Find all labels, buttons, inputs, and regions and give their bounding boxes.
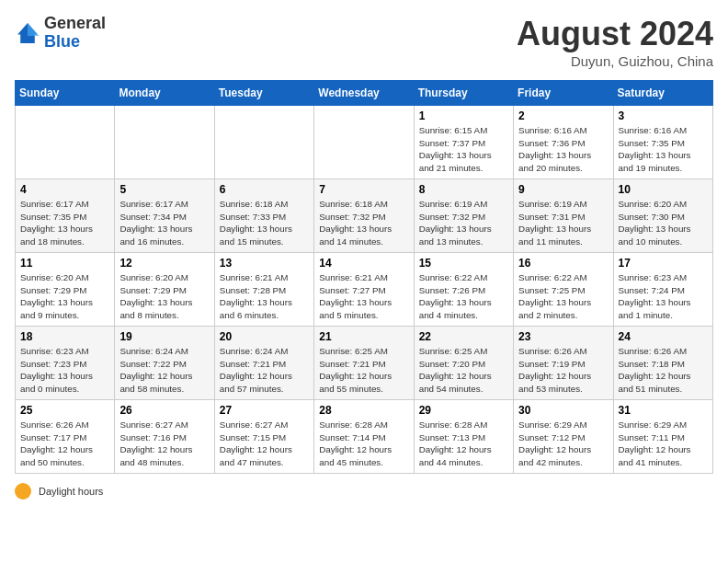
calendar-cell: 22Sunrise: 6:25 AM Sunset: 7:20 PM Dayli… <box>414 327 513 400</box>
day-number: 1 <box>419 109 508 122</box>
calendar-cell: 3Sunrise: 6:16 AM Sunset: 7:35 PM Daylig… <box>613 106 712 179</box>
day-number: 24 <box>619 330 708 343</box>
day-detail: Sunrise: 6:16 AM Sunset: 7:35 PM Dayligh… <box>619 124 708 175</box>
calendar-cell: 14Sunrise: 6:21 AM Sunset: 7:27 PM Dayli… <box>314 253 414 327</box>
day-detail: Sunrise: 6:15 AM Sunset: 7:37 PM Dayligh… <box>419 124 508 175</box>
day-number: 16 <box>518 257 608 270</box>
day-detail: Sunrise: 6:27 AM Sunset: 7:15 PM Dayligh… <box>220 419 309 469</box>
calendar-cell: 4Sunrise: 6:17 AM Sunset: 7:35 PM Daylig… <box>16 179 115 253</box>
day-number: 2 <box>518 109 608 122</box>
calendar-table: SundayMondayTuesdayWednesdayThursdayFrid… <box>15 80 713 474</box>
calendar-cell: 2Sunrise: 6:16 AM Sunset: 7:36 PM Daylig… <box>514 106 613 179</box>
calendar-cell: 24Sunrise: 6:26 AM Sunset: 7:18 PM Dayli… <box>613 327 712 400</box>
day-detail: Sunrise: 6:28 AM Sunset: 7:13 PM Dayligh… <box>419 419 508 469</box>
day-detail: Sunrise: 6:26 AM Sunset: 7:19 PM Dayligh… <box>518 345 608 396</box>
calendar-cell <box>314 106 414 179</box>
day-detail: Sunrise: 6:27 AM Sunset: 7:16 PM Dayligh… <box>119 419 209 469</box>
calendar-cell: 25Sunrise: 6:26 AM Sunset: 7:17 PM Dayli… <box>16 400 115 474</box>
calendar-cell: 9Sunrise: 6:19 AM Sunset: 7:31 PM Daylig… <box>514 179 613 253</box>
day-number: 29 <box>419 404 508 417</box>
calendar-cell: 20Sunrise: 6:24 AM Sunset: 7:21 PM Dayli… <box>214 327 313 400</box>
day-detail: Sunrise: 6:26 AM Sunset: 7:18 PM Dayligh… <box>619 345 708 396</box>
day-of-week-header: Monday <box>115 81 214 106</box>
day-detail: Sunrise: 6:22 AM Sunset: 7:26 PM Dayligh… <box>419 271 508 322</box>
day-of-week-header: Friday <box>514 81 613 106</box>
day-number: 11 <box>20 257 109 270</box>
day-of-week-header: Wednesday <box>314 81 414 106</box>
day-detail: Sunrise: 6:23 AM Sunset: 7:24 PM Dayligh… <box>619 271 708 322</box>
day-number: 9 <box>518 183 608 196</box>
day-of-week-header: Thursday <box>414 81 513 106</box>
day-number: 14 <box>319 257 408 270</box>
day-of-week-header: Tuesday <box>214 81 313 106</box>
day-number: 22 <box>419 330 508 343</box>
logo-icon <box>15 20 40 46</box>
calendar-cell: 26Sunrise: 6:27 AM Sunset: 7:16 PM Dayli… <box>115 400 214 474</box>
day-number: 21 <box>319 330 408 343</box>
calendar-week-row: 4Sunrise: 6:17 AM Sunset: 7:35 PM Daylig… <box>16 179 713 253</box>
calendar-cell: 27Sunrise: 6:27 AM Sunset: 7:15 PM Dayli… <box>214 400 313 474</box>
day-detail: Sunrise: 6:19 AM Sunset: 7:31 PM Dayligh… <box>518 198 608 248</box>
calendar-header-row: SundayMondayTuesdayWednesdayThursdayFrid… <box>16 81 713 106</box>
calendar-cell <box>16 106 115 179</box>
calendar-cell: 12Sunrise: 6:20 AM Sunset: 7:29 PM Dayli… <box>115 253 214 327</box>
day-number: 26 <box>119 404 209 417</box>
calendar-cell: 23Sunrise: 6:26 AM Sunset: 7:19 PM Dayli… <box>514 327 613 400</box>
day-detail: Sunrise: 6:28 AM Sunset: 7:14 PM Dayligh… <box>319 419 408 469</box>
day-number: 6 <box>220 183 309 196</box>
day-detail: Sunrise: 6:17 AM Sunset: 7:34 PM Dayligh… <box>119 198 209 248</box>
calendar-week-row: 11Sunrise: 6:20 AM Sunset: 7:29 PM Dayli… <box>16 253 713 327</box>
day-number: 28 <box>319 404 408 417</box>
calendar-cell: 8Sunrise: 6:19 AM Sunset: 7:32 PM Daylig… <box>414 179 513 253</box>
calendar-cell: 11Sunrise: 6:20 AM Sunset: 7:29 PM Dayli… <box>16 253 115 327</box>
day-detail: Sunrise: 6:24 AM Sunset: 7:22 PM Dayligh… <box>119 345 209 396</box>
day-detail: Sunrise: 6:16 AM Sunset: 7:36 PM Dayligh… <box>518 124 608 175</box>
day-number: 12 <box>119 257 209 270</box>
calendar-week-row: 25Sunrise: 6:26 AM Sunset: 7:17 PM Dayli… <box>16 400 713 474</box>
day-detail: Sunrise: 6:20 AM Sunset: 7:29 PM Dayligh… <box>119 271 209 322</box>
day-detail: Sunrise: 6:17 AM Sunset: 7:35 PM Dayligh… <box>20 198 109 248</box>
calendar-cell: 5Sunrise: 6:17 AM Sunset: 7:34 PM Daylig… <box>115 179 214 253</box>
day-number: 18 <box>20 330 109 343</box>
day-number: 25 <box>20 404 109 417</box>
title-block: August 2024 Duyun, Guizhou, China <box>517 15 713 69</box>
sun-icon <box>15 483 31 500</box>
day-detail: Sunrise: 6:25 AM Sunset: 7:21 PM Dayligh… <box>319 345 408 396</box>
logo-text: General Blue <box>44 15 106 52</box>
calendar-cell: 30Sunrise: 6:29 AM Sunset: 7:12 PM Dayli… <box>514 400 613 474</box>
calendar-cell: 18Sunrise: 6:23 AM Sunset: 7:23 PM Dayli… <box>16 327 115 400</box>
calendar-cell <box>115 106 214 179</box>
day-detail: Sunrise: 6:26 AM Sunset: 7:17 PM Dayligh… <box>20 419 109 469</box>
day-detail: Sunrise: 6:18 AM Sunset: 7:32 PM Dayligh… <box>319 198 408 248</box>
day-number: 7 <box>319 183 408 196</box>
day-number: 10 <box>619 183 708 196</box>
day-detail: Sunrise: 6:19 AM Sunset: 7:32 PM Dayligh… <box>419 198 508 248</box>
day-number: 8 <box>419 183 508 196</box>
calendar-cell: 21Sunrise: 6:25 AM Sunset: 7:21 PM Dayli… <box>314 327 414 400</box>
day-detail: Sunrise: 6:20 AM Sunset: 7:30 PM Dayligh… <box>619 198 708 248</box>
calendar-body: 1Sunrise: 6:15 AM Sunset: 7:37 PM Daylig… <box>16 106 713 474</box>
calendar-cell: 7Sunrise: 6:18 AM Sunset: 7:32 PM Daylig… <box>314 179 414 253</box>
day-number: 19 <box>119 330 209 343</box>
footer: Daylight hours <box>15 483 713 500</box>
day-number: 13 <box>220 257 309 270</box>
calendar-cell: 16Sunrise: 6:22 AM Sunset: 7:25 PM Dayli… <box>514 253 613 327</box>
calendar-cell: 19Sunrise: 6:24 AM Sunset: 7:22 PM Dayli… <box>115 327 214 400</box>
day-of-week-header: Saturday <box>613 81 712 106</box>
calendar-cell: 29Sunrise: 6:28 AM Sunset: 7:13 PM Dayli… <box>414 400 513 474</box>
calendar-cell: 1Sunrise: 6:15 AM Sunset: 7:37 PM Daylig… <box>414 106 513 179</box>
day-detail: Sunrise: 6:20 AM Sunset: 7:29 PM Dayligh… <box>20 271 109 322</box>
calendar-cell <box>214 106 313 179</box>
day-number: 15 <box>419 257 508 270</box>
calendar-cell: 10Sunrise: 6:20 AM Sunset: 7:30 PM Dayli… <box>613 179 712 253</box>
location-subtitle: Duyun, Guizhou, China <box>517 53 713 69</box>
month-year-title: August 2024 <box>517 15 713 53</box>
day-number: 30 <box>518 404 608 417</box>
day-number: 31 <box>619 404 708 417</box>
logo: General Blue <box>15 15 106 52</box>
page-header: General Blue August 2024 Duyun, Guizhou,… <box>15 15 713 69</box>
day-detail: Sunrise: 6:29 AM Sunset: 7:11 PM Dayligh… <box>619 419 708 469</box>
day-detail: Sunrise: 6:22 AM Sunset: 7:25 PM Dayligh… <box>518 271 608 322</box>
day-number: 27 <box>220 404 309 417</box>
day-detail: Sunrise: 6:21 AM Sunset: 7:28 PM Dayligh… <box>220 271 309 322</box>
